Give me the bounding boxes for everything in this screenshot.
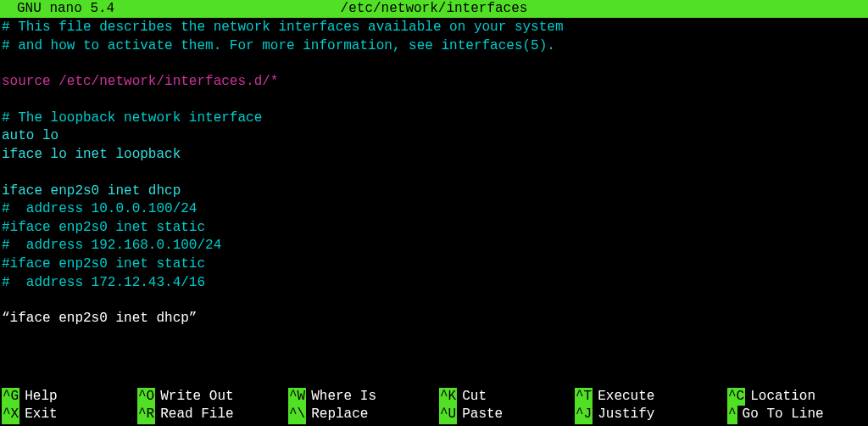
shortcut-paste[interactable]: ^UPaste [439,406,575,424]
file-line: iface lo inet loopback [2,146,868,165]
shortcut-key: ^U [439,406,457,424]
shortcut-justify[interactable]: ^JJustify [575,406,727,424]
shortcut-location[interactable]: ^CLocation [727,388,863,406]
shortcut-label: Help [19,388,57,406]
file-line: # address 192.168.0.100/24 [2,237,868,255]
shortcut-replace[interactable]: ^\Replace [288,406,439,424]
shortcut-bar: ^GHelp ^OWrite Out ^WWhere Is ^KCut ^TEx… [0,388,868,424]
shortcut-key: ^X [2,406,19,424]
file-line: auto lo [2,127,868,146]
shortcut-key: ^ [727,406,737,424]
shortcut-label: Write Out [155,388,233,406]
file-line [2,165,868,182]
shortcut-label: Justify [593,406,654,424]
shortcut-key: ^\ [288,406,306,424]
shortcut-goto-line[interactable]: ^ Go To Line [727,406,863,424]
file-line: #iface enp2s0 inet static [2,219,868,238]
file-line: source /etc/network/interfaces.d/* [2,73,868,92]
shortcut-execute[interactable]: ^TExecute [575,388,727,406]
file-line: # address 172.12.43.4/16 [2,274,868,293]
shortcut-row-1: ^GHelp ^OWrite Out ^WWhere Is ^KCut ^TEx… [2,388,868,406]
file-line [2,292,868,310]
file-path: /etc/network/interfaces [341,0,528,18]
shortcut-cut[interactable]: ^KCut [439,388,575,406]
shortcut-key: ^W [288,388,306,406]
editor-header: GNU nano 5.4 /etc/network/interfaces [0,0,868,18]
file-line: “iface enp2s0 inet dhcp” [2,310,868,328]
shortcut-key: ^K [439,388,457,406]
file-line: # The loopback network interface [2,109,868,128]
shortcut-exit[interactable]: ^XExit [2,406,137,424]
shortcut-label: Go To Line [737,406,824,424]
shortcut-label: Cut [457,388,487,406]
shortcut-read-file[interactable]: ^RRead File [137,406,288,424]
shortcut-key: ^O [137,388,155,406]
file-line: # and how to activate them. For more inf… [2,37,868,56]
shortcut-key: ^R [137,406,155,424]
shortcut-help[interactable]: ^GHelp [2,388,137,406]
file-line: iface enp2s0 inet dhcp [2,182,868,201]
file-line: #iface enp2s0 inet static [2,255,868,274]
shortcut-label: Replace [306,406,368,424]
file-line: # This file describes the network interf… [2,19,868,37]
shortcut-label: Read File [155,406,233,424]
shortcut-label: Exit [19,406,57,424]
editor-content[interactable]: # This file describes the network interf… [0,18,868,328]
shortcut-key: ^G [2,388,19,406]
shortcut-label: Location [745,388,815,406]
file-line [2,92,868,109]
shortcut-label: Paste [457,406,503,424]
file-line [2,55,868,73]
shortcut-key: ^T [575,388,593,406]
shortcut-label: Execute [593,388,654,406]
app-name: GNU nano 5.4 [0,0,114,18]
shortcut-label: Where Is [306,388,376,406]
shortcut-key: ^J [575,406,593,424]
shortcut-key: ^C [727,388,745,406]
shortcut-where-is[interactable]: ^WWhere Is [288,388,439,406]
file-line: # address 10.0.0.100/24 [2,200,868,219]
shortcut-row-2: ^XExit ^RRead File ^\Replace ^UPaste ^JJ… [2,406,868,424]
shortcut-write-out[interactable]: ^OWrite Out [137,388,288,406]
